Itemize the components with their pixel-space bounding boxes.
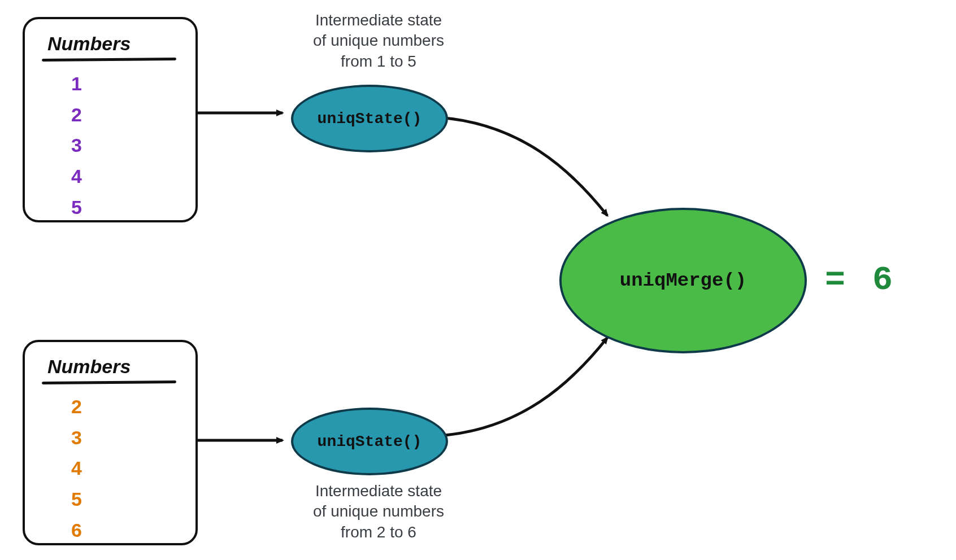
number-item: 5 bbox=[71, 193, 181, 222]
uniqmerge: uniqMerge() bbox=[559, 208, 807, 353]
number-item: 3 bbox=[71, 423, 181, 453]
underline-top bbox=[42, 58, 176, 62]
uniqstate-top-label: uniqState() bbox=[318, 110, 422, 128]
numbers-title-bottom: Numbers bbox=[47, 356, 181, 378]
caption-top-line1: Intermediate state bbox=[271, 10, 486, 30]
number-item: 3 bbox=[71, 130, 181, 160]
merge-result: = 6 bbox=[825, 261, 896, 299]
numbers-list-top: 1 2 3 4 5 bbox=[40, 69, 181, 222]
number-item: 1 bbox=[71, 69, 181, 99]
number-item: 4 bbox=[71, 453, 181, 483]
caption-bottom-line1: Intermediate state bbox=[271, 481, 486, 501]
numbers-box-bottom: Numbers 2 3 4 5 6 bbox=[23, 340, 198, 545]
result-value: 6 bbox=[872, 261, 896, 299]
number-item: 2 bbox=[71, 100, 181, 130]
uniqstate-top: uniqState() bbox=[291, 85, 448, 152]
caption-top-line3: from 1 to 5 bbox=[271, 51, 486, 72]
number-item: 4 bbox=[71, 161, 181, 191]
uniqstate-bottom-label: uniqState() bbox=[318, 433, 422, 450]
number-item: 2 bbox=[71, 392, 181, 422]
number-item: 5 bbox=[71, 484, 181, 514]
caption-bottom: Intermediate state of unique numbers fro… bbox=[271, 481, 486, 542]
numbers-box-top: Numbers 1 2 3 4 5 bbox=[23, 17, 198, 222]
result-prefix: = bbox=[825, 261, 872, 299]
caption-top-line2: of unique numbers bbox=[271, 30, 486, 51]
caption-bottom-line2: of unique numbers bbox=[271, 501, 486, 522]
caption-bottom-line3: from 2 to 6 bbox=[271, 522, 486, 542]
numbers-list-bottom: 2 3 4 5 6 bbox=[40, 392, 181, 545]
number-item: 6 bbox=[71, 515, 181, 545]
uniqstate-bottom: uniqState() bbox=[291, 408, 448, 475]
caption-top: Intermediate state of unique numbers fro… bbox=[271, 10, 486, 72]
uniqmerge-label: uniqMerge() bbox=[620, 270, 746, 291]
numbers-title-top: Numbers bbox=[47, 33, 181, 55]
underline-bottom bbox=[42, 380, 176, 384]
